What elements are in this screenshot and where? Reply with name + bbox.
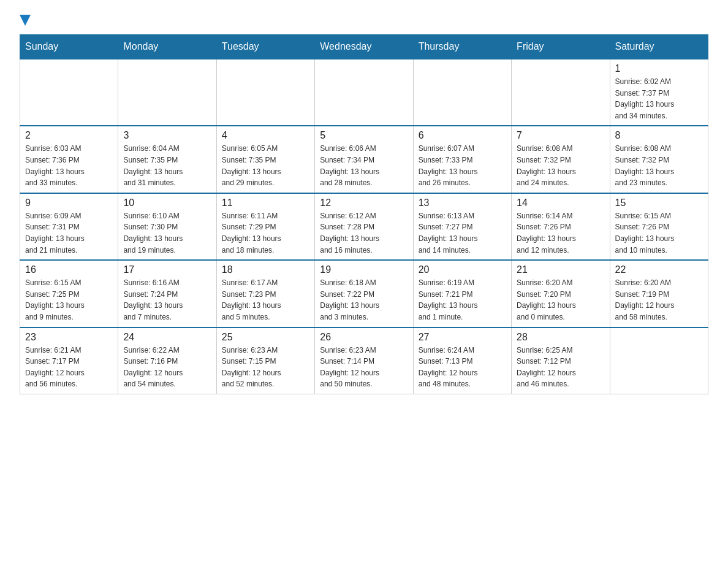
calendar-week-1: 1Sunrise: 6:02 AM Sunset: 7:37 PM Daylig… (20, 59, 708, 126)
day-number: 27 (419, 332, 506, 343)
day-number: 5 (320, 130, 408, 141)
day-info: Sunrise: 6:15 AM Sunset: 7:25 PM Dayligh… (25, 277, 113, 323)
calendar-week-2: 2Sunrise: 6:03 AM Sunset: 7:36 PM Daylig… (20, 126, 708, 193)
day-number: 11 (222, 197, 309, 209)
calendar-cell: 9Sunrise: 6:09 AM Sunset: 7:31 PM Daylig… (20, 193, 118, 260)
day-number: 26 (320, 332, 408, 343)
day-number: 24 (123, 332, 211, 343)
calendar-cell: 3Sunrise: 6:04 AM Sunset: 7:35 PM Daylig… (118, 126, 216, 193)
calendar-cell: 16Sunrise: 6:15 AM Sunset: 7:25 PM Dayli… (20, 260, 118, 327)
day-info: Sunrise: 6:10 AM Sunset: 7:30 PM Dayligh… (123, 210, 211, 256)
calendar-cell: 17Sunrise: 6:16 AM Sunset: 7:24 PM Dayli… (118, 260, 216, 327)
day-info: Sunrise: 6:23 AM Sunset: 7:15 PM Dayligh… (222, 345, 309, 390)
calendar-cell: 1Sunrise: 6:02 AM Sunset: 7:37 PM Daylig… (610, 59, 708, 126)
day-info: Sunrise: 6:20 AM Sunset: 7:20 PM Dayligh… (517, 277, 604, 323)
day-number: 3 (123, 130, 211, 141)
day-info: Sunrise: 6:18 AM Sunset: 7:22 PM Dayligh… (320, 277, 408, 323)
weekday-header-friday: Friday (512, 35, 610, 59)
calendar-cell: 21Sunrise: 6:20 AM Sunset: 7:20 PM Dayli… (512, 260, 610, 327)
day-number: 13 (419, 197, 506, 209)
day-info: Sunrise: 6:08 AM Sunset: 7:32 PM Dayligh… (517, 143, 604, 188)
calendar-cell: 12Sunrise: 6:12 AM Sunset: 7:28 PM Dayli… (315, 193, 413, 260)
calendar-cell: 5Sunrise: 6:06 AM Sunset: 7:34 PM Daylig… (315, 126, 413, 193)
logo (20, 15, 32, 27)
calendar-cell: 23Sunrise: 6:21 AM Sunset: 7:17 PM Dayli… (20, 327, 118, 394)
weekday-header-saturday: Saturday (610, 35, 708, 59)
weekday-header-sunday: Sunday (20, 35, 118, 59)
weekday-header-monday: Monday (118, 35, 216, 59)
page-header (20, 15, 708, 27)
day-number: 12 (320, 197, 408, 209)
day-number: 2 (25, 130, 113, 141)
calendar-cell: 2Sunrise: 6:03 AM Sunset: 7:36 PM Daylig… (20, 126, 118, 193)
day-info: Sunrise: 6:23 AM Sunset: 7:14 PM Dayligh… (320, 345, 408, 390)
day-info: Sunrise: 6:13 AM Sunset: 7:27 PM Dayligh… (419, 210, 506, 256)
calendar-cell: 11Sunrise: 6:11 AM Sunset: 7:29 PM Dayli… (216, 193, 314, 260)
day-info: Sunrise: 6:19 AM Sunset: 7:21 PM Dayligh… (419, 277, 506, 323)
calendar-cell: 18Sunrise: 6:17 AM Sunset: 7:23 PM Dayli… (216, 260, 314, 327)
day-number: 9 (25, 197, 113, 209)
day-info: Sunrise: 6:11 AM Sunset: 7:29 PM Dayligh… (222, 210, 309, 256)
day-number: 10 (123, 197, 211, 209)
day-info: Sunrise: 6:14 AM Sunset: 7:26 PM Dayligh… (517, 210, 604, 256)
day-number: 20 (419, 264, 506, 275)
calendar-cell (413, 59, 511, 126)
calendar-cell: 10Sunrise: 6:10 AM Sunset: 7:30 PM Dayli… (118, 193, 216, 260)
day-number: 6 (419, 130, 506, 141)
day-info: Sunrise: 6:08 AM Sunset: 7:32 PM Dayligh… (615, 143, 703, 188)
day-number: 15 (615, 197, 703, 209)
calendar-cell: 27Sunrise: 6:24 AM Sunset: 7:13 PM Dayli… (413, 327, 511, 394)
day-number: 23 (25, 332, 113, 343)
day-info: Sunrise: 6:17 AM Sunset: 7:23 PM Dayligh… (222, 277, 309, 323)
day-info: Sunrise: 6:25 AM Sunset: 7:12 PM Dayligh… (517, 345, 604, 390)
weekday-header-thursday: Thursday (413, 35, 511, 59)
calendar-cell (216, 59, 314, 126)
day-info: Sunrise: 6:22 AM Sunset: 7:16 PM Dayligh… (123, 345, 211, 390)
svg-marker-0 (20, 15, 31, 26)
day-info: Sunrise: 6:15 AM Sunset: 7:26 PM Dayligh… (615, 210, 703, 256)
calendar-cell: 24Sunrise: 6:22 AM Sunset: 7:16 PM Dayli… (118, 327, 216, 394)
calendar-cell (610, 327, 708, 394)
calendar-cell: 20Sunrise: 6:19 AM Sunset: 7:21 PM Dayli… (413, 260, 511, 327)
day-number: 4 (222, 130, 309, 141)
calendar-cell: 22Sunrise: 6:20 AM Sunset: 7:19 PM Dayli… (610, 260, 708, 327)
calendar-cell: 28Sunrise: 6:25 AM Sunset: 7:12 PM Dayli… (512, 327, 610, 394)
calendar-cell (118, 59, 216, 126)
day-info: Sunrise: 6:02 AM Sunset: 7:37 PM Dayligh… (615, 76, 703, 121)
calendar-week-5: 23Sunrise: 6:21 AM Sunset: 7:17 PM Dayli… (20, 327, 708, 394)
day-number: 1 (615, 63, 703, 74)
day-info: Sunrise: 6:16 AM Sunset: 7:24 PM Dayligh… (123, 277, 211, 323)
calendar-table: SundayMondayTuesdayWednesdayThursdayFrid… (20, 34, 708, 394)
calendar-cell (512, 59, 610, 126)
day-number: 16 (25, 264, 113, 275)
day-number: 22 (615, 264, 703, 275)
day-info: Sunrise: 6:12 AM Sunset: 7:28 PM Dayligh… (320, 210, 408, 256)
calendar-header-row: SundayMondayTuesdayWednesdayThursdayFrid… (20, 35, 708, 59)
day-number: 21 (517, 264, 604, 275)
calendar-cell: 15Sunrise: 6:15 AM Sunset: 7:26 PM Dayli… (610, 193, 708, 260)
calendar-cell: 8Sunrise: 6:08 AM Sunset: 7:32 PM Daylig… (610, 126, 708, 193)
day-number: 8 (615, 130, 703, 141)
day-info: Sunrise: 6:04 AM Sunset: 7:35 PM Dayligh… (123, 143, 211, 188)
day-info: Sunrise: 6:21 AM Sunset: 7:17 PM Dayligh… (25, 345, 113, 390)
day-number: 28 (517, 332, 604, 343)
calendar-cell (20, 59, 118, 126)
day-info: Sunrise: 6:07 AM Sunset: 7:33 PM Dayligh… (419, 143, 506, 188)
day-number: 18 (222, 264, 309, 275)
day-info: Sunrise: 6:05 AM Sunset: 7:35 PM Dayligh… (222, 143, 309, 188)
calendar-cell: 25Sunrise: 6:23 AM Sunset: 7:15 PM Dayli… (216, 327, 314, 394)
day-info: Sunrise: 6:09 AM Sunset: 7:31 PM Dayligh… (25, 210, 113, 256)
day-number: 7 (517, 130, 604, 141)
day-number: 19 (320, 264, 408, 275)
day-number: 17 (123, 264, 211, 275)
calendar-week-3: 9Sunrise: 6:09 AM Sunset: 7:31 PM Daylig… (20, 193, 708, 260)
calendar-cell: 19Sunrise: 6:18 AM Sunset: 7:22 PM Dayli… (315, 260, 413, 327)
calendar-cell (315, 59, 413, 126)
calendar-cell: 6Sunrise: 6:07 AM Sunset: 7:33 PM Daylig… (413, 126, 511, 193)
day-info: Sunrise: 6:20 AM Sunset: 7:19 PM Dayligh… (615, 277, 703, 323)
logo-arrow-icon (20, 15, 31, 27)
day-number: 14 (517, 197, 604, 209)
weekday-header-wednesday: Wednesday (315, 35, 413, 59)
calendar-cell: 13Sunrise: 6:13 AM Sunset: 7:27 PM Dayli… (413, 193, 511, 260)
day-info: Sunrise: 6:06 AM Sunset: 7:34 PM Dayligh… (320, 143, 408, 188)
